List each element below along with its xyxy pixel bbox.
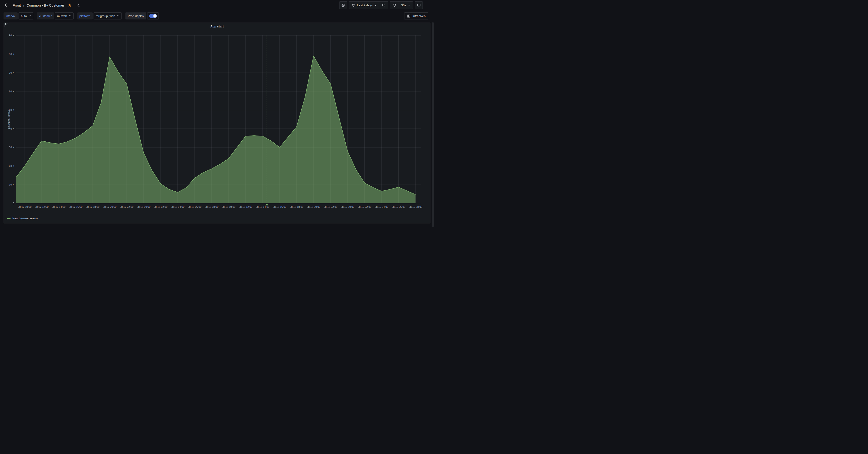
- chart-plot[interactable]: [16, 35, 421, 203]
- infra-web-button[interactable]: Infra Web: [404, 12, 428, 20]
- monitor-icon: [417, 3, 421, 7]
- variable-interval-dropdown[interactable]: auto: [19, 12, 33, 20]
- chart-area: hit count / interval 010 K20 K30 K40 K50…: [4, 23, 430, 223]
- refresh-icon: [393, 3, 396, 7]
- legend-label: New browser session: [12, 217, 39, 220]
- time-range-label: Last 2 days: [357, 3, 373, 7]
- share-icon: [76, 3, 80, 7]
- y-tick-label: 90 K: [3, 34, 14, 37]
- legend-swatch-icon: [7, 218, 10, 219]
- dashboard-settings-button[interactable]: [339, 1, 347, 9]
- variable-customer: customer m6web: [37, 12, 73, 20]
- back-button[interactable]: [3, 1, 10, 9]
- y-tick-label: 70 K: [3, 71, 14, 74]
- variable-platform-label: platform: [78, 12, 93, 20]
- breadcrumb-root[interactable]: Front: [13, 3, 21, 7]
- clock-icon: [352, 3, 355, 7]
- y-tick-label: 60 K: [3, 90, 14, 93]
- time-range-picker[interactable]: Last 2 days: [349, 2, 379, 9]
- toggle-knob: [153, 14, 157, 18]
- variable-interval-label: interval: [3, 12, 18, 20]
- variable-interval-value: auto: [21, 14, 27, 18]
- y-tick-label: 30 K: [3, 146, 14, 149]
- x-tick-label: 08/19 08:00: [404, 205, 427, 208]
- y-tick-label: 80 K: [3, 53, 14, 56]
- chevron-down-icon: [374, 4, 377, 6]
- y-tick-label: 0: [3, 202, 14, 205]
- variable-customer-dropdown[interactable]: m6web: [55, 12, 73, 20]
- share-button[interactable]: [75, 2, 81, 8]
- variable-platform-dropdown[interactable]: m6group_web: [94, 12, 122, 20]
- kiosk-mode-button[interactable]: [415, 1, 423, 9]
- gear-icon: [341, 3, 345, 7]
- annotation-marker-icon[interactable]: [265, 204, 269, 205]
- breadcrumb-page-title[interactable]: Common - By Customer: [27, 3, 64, 7]
- prod-deploy-label: Prod deploy: [125, 12, 146, 20]
- y-tick-label: 10 K: [3, 183, 14, 186]
- dashboard-submenu: interval auto customer m6web platform m6…: [0, 10, 434, 22]
- chevron-down-icon: [408, 4, 410, 6]
- legend-item-new-browser-session[interactable]: New browser session: [7, 217, 39, 220]
- scrollbar[interactable]: [432, 22, 434, 227]
- y-tick-label: 40 K: [3, 127, 14, 130]
- star-icon: [67, 3, 72, 7]
- variable-interval: interval auto: [3, 12, 33, 20]
- y-axis-title: hit count / interval: [7, 49, 10, 189]
- grid-2x2-icon: [407, 14, 410, 18]
- chevron-down-icon: [117, 15, 119, 17]
- refresh-button[interactable]: [390, 2, 399, 9]
- favorite-button[interactable]: [67, 2, 73, 8]
- zoom-out-button[interactable]: [379, 2, 388, 9]
- time-picker-group: Last 2 days: [349, 1, 388, 9]
- chevron-down-icon: [69, 15, 71, 17]
- chevron-down-icon: [29, 15, 31, 17]
- magnifier-minus-icon: [382, 3, 385, 7]
- refresh-interval-dropdown[interactable]: 30s: [399, 2, 413, 9]
- refresh-interval-label: 30s: [401, 3, 406, 7]
- panel-app-start: i App start hit count / interval 010 K20…: [3, 23, 431, 223]
- prod-deploy-toggle[interactable]: [147, 12, 159, 20]
- variable-customer-value: m6web: [57, 14, 67, 18]
- y-tick-label: 50 K: [3, 109, 14, 111]
- top-nav-bar: Front / Common - By Customer: [0, 0, 434, 10]
- variable-customer-label: customer: [37, 12, 54, 20]
- refresh-group: 30s: [390, 1, 413, 9]
- variable-platform-value: m6group_web: [96, 14, 115, 18]
- toggle-switch-on: [149, 14, 157, 18]
- breadcrumb: Front / Common - By Customer: [13, 3, 64, 7]
- infra-web-label: Infra Web: [412, 14, 426, 18]
- variable-platform: platform m6group_web: [78, 12, 122, 20]
- breadcrumb-separator: /: [23, 3, 24, 7]
- y-tick-label: 20 K: [3, 164, 14, 168]
- prod-deploy-control: Prod deploy: [125, 12, 159, 20]
- arrow-left-icon: [4, 3, 9, 7]
